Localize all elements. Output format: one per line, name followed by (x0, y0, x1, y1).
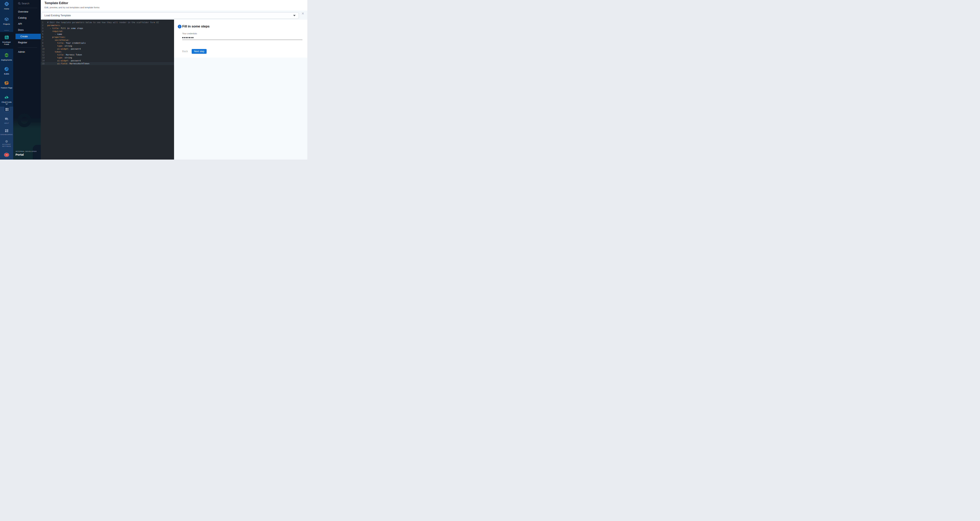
sidebar-item-projects[interactable]: Projects (0, 17, 13, 25)
home-icon (4, 1, 10, 8)
module-divider (4, 30, 9, 30)
sidebar-item-builds[interactable]: Builds (0, 67, 13, 75)
password-dot (188, 37, 189, 38)
code-line[interactable]: 14 ui:widget: password (41, 59, 174, 62)
password-dot (191, 37, 192, 38)
sidebar-item-account-settings[interactable]: ⚙ ACCOUNT SETTINGS (0, 140, 13, 148)
decor-bar-shape (31, 119, 41, 122)
sidebar-item-dashboards[interactable]: DASHBOARDS (0, 129, 13, 135)
sidebar-item-label: Projects (0, 23, 13, 25)
sidebar-item-label: Feature Flags (0, 87, 13, 89)
sidebar-item-cloud-costs[interactable]: $ Cloud Costs (0, 95, 13, 103)
password-dot (182, 37, 183, 38)
code-line[interactable]: 11 token: (41, 50, 174, 53)
code-line[interactable]: 5 - name (41, 33, 174, 36)
sidebar-item-help[interactable]: ? HELP (0, 117, 13, 124)
sidebar-item-label: Builds (0, 73, 13, 75)
code-line[interactable]: 9 type: string (41, 45, 174, 48)
deployments-icon (4, 53, 9, 59)
module-sidebar: Home Projects (0, 0, 13, 159)
svg-text:$: $ (6, 96, 7, 99)
next-step-button[interactable]: Next step (192, 49, 207, 54)
load-template-dropdown[interactable]: Load Existing Template (41, 12, 299, 19)
sidebar-item-catalog[interactable]: Catalog (13, 15, 41, 21)
line-number: 15 (41, 62, 47, 65)
user-avatar[interactable]: HM (4, 153, 9, 157)
brand-title: Portal (16, 153, 37, 156)
code-line[interactable]: 6 properties: (41, 36, 174, 38)
sidebar-item-feature-flags[interactable]: Feature Flags (0, 80, 13, 89)
code-line[interactable]: 12 title: Harness Token (41, 53, 174, 56)
sidebar-item-home[interactable]: Home (0, 1, 13, 10)
gear-icon: ⚙ (5, 140, 8, 143)
search-placeholder: Search (22, 2, 29, 5)
close-icon[interactable]: ✕ (301, 12, 305, 16)
line-number: 10 (41, 48, 47, 50)
brand-block: INTERNAL DEVELOPER Portal (16, 151, 37, 156)
sidebar-item-label: Home (0, 8, 13, 10)
builds-icon (4, 67, 9, 73)
decor-ring-shape (18, 113, 31, 127)
sidebar-item-docs[interactable]: Docs (13, 27, 41, 33)
sidebar-item-label: Cloud Costs (0, 101, 13, 103)
template-picker-row: Load Existing Template ✕ (41, 11, 307, 20)
menu-sidebar: Search Overview Catalog API Docs Create … (13, 0, 41, 159)
help-chat-icon: ? (5, 117, 9, 122)
sidebar-item-register[interactable]: Register (13, 40, 41, 45)
search-input[interactable]: Search (13, 1, 41, 6)
sidebar-item-label: Developer Portal (1, 41, 12, 45)
code-line[interactable]: 15 ui:field: HarnessAuthToken (41, 62, 174, 65)
form-preview-panel: 1 Fill in some steps Your credentials Ba… (174, 20, 307, 159)
dropdown-caret-icon[interactable] (293, 15, 296, 16)
password-dot (192, 37, 194, 38)
page-header: Template Editor Edit, preview, and try o… (41, 0, 307, 11)
password-dot (186, 37, 187, 38)
feature-flags-icon (4, 80, 9, 86)
line-number: 5 (41, 33, 47, 36)
sidebar-item-api[interactable]: API (13, 21, 41, 27)
chevron-down-icon[interactable] (5, 104, 8, 105)
line-number: 7 (41, 38, 47, 41)
code-line[interactable]: 3 - title: Fill in some steps (41, 27, 174, 30)
sidebar-item-overview[interactable]: Overview (13, 9, 41, 14)
code-line[interactable]: 4 required: (41, 30, 174, 33)
sidebar-item-label: Deployments (0, 59, 13, 61)
password-input[interactable] (182, 36, 302, 40)
code-lines: 1# Edit the template parameters below to… (41, 21, 174, 65)
sidebar-item-create[interactable]: Create (16, 34, 41, 39)
code-line[interactable]: 8 title: Your credentials (41, 41, 174, 45)
back-button[interactable]: Back (181, 49, 189, 54)
line-number: 4 (41, 30, 47, 33)
developer-portal-icon (4, 35, 9, 41)
line-number: 2 (41, 24, 47, 27)
svg-text:?: ? (6, 118, 7, 119)
search-icon (18, 2, 21, 6)
step-title: Fill in some steps (182, 24, 210, 29)
line-number: 9 (41, 45, 47, 48)
line-number: 1 (41, 21, 47, 24)
dashboards-icon (5, 129, 9, 133)
brand-eyebrow: INTERNAL DEVELOPER (16, 151, 37, 152)
line-number: 6 (41, 36, 47, 38)
sidebar-item-admin[interactable]: Admin (13, 49, 41, 55)
code-line[interactable]: 2parameters: (41, 24, 174, 27)
sidebar-item-label: DASHBOARDS (0, 134, 13, 135)
line-number: 3 (41, 27, 47, 30)
yaml-code-editor[interactable]: 1# Edit the template parameters below to… (41, 20, 174, 159)
avatar-initials: HM (5, 154, 8, 156)
module-selector-button[interactable] (4, 107, 10, 112)
line-number: 8 (41, 41, 47, 45)
code-line[interactable]: 10 ui:widget: password (41, 48, 174, 50)
password-dot (189, 37, 190, 38)
input-underline (182, 40, 302, 40)
line-number: 12 (41, 53, 47, 56)
sidebar-item-developer-portal[interactable]: Developer Portal (0, 35, 13, 45)
projects-icon (4, 17, 9, 23)
sidebar-item-deployments[interactable]: Deployments (0, 53, 13, 61)
code-line[interactable]: 1# Edit the template parameters below to… (41, 21, 174, 24)
line-number: 14 (41, 59, 47, 62)
code-line[interactable]: 7 secretValue: (41, 38, 174, 41)
credentials-field-label: Your credentials (182, 32, 197, 35)
grid-icon (5, 108, 8, 111)
code-line[interactable]: 13 type: string (41, 56, 174, 59)
